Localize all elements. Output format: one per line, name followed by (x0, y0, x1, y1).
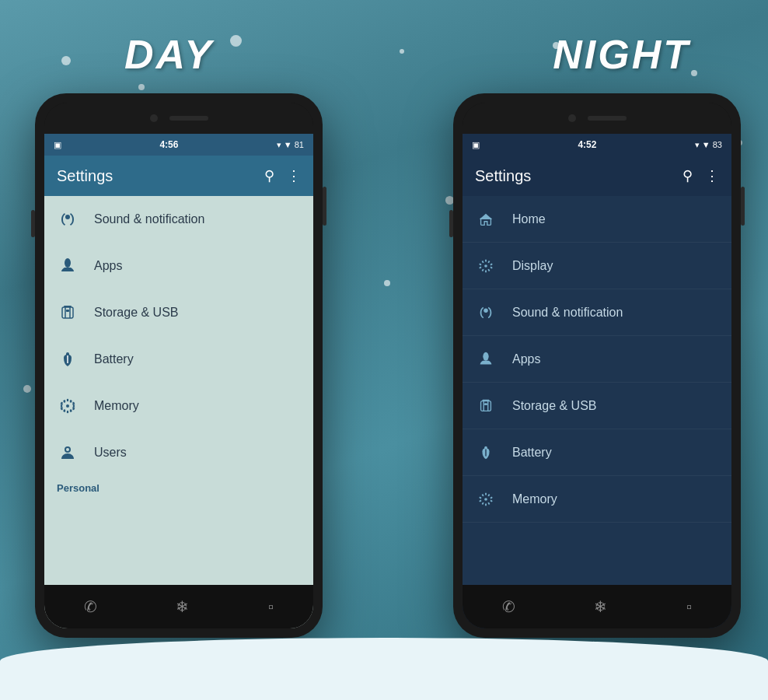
sound-icon-day (57, 208, 79, 230)
notification-icon-night: ▣ (472, 140, 480, 150)
snow-ground (0, 638, 768, 700)
svg-line-30 (480, 264, 481, 264)
nav-recent-night[interactable]: ▫ (686, 598, 692, 616)
svg-line-12 (73, 408, 75, 409)
day-item-battery[interactable]: Battery (44, 336, 313, 383)
night-phone: ▣ 4:52 ▾ ▼ 83 Settings ⚲ ⋮ (453, 93, 741, 638)
front-camera-night (568, 114, 576, 122)
volume-button-night[interactable] (741, 187, 745, 226)
svg-line-10 (71, 401, 72, 403)
night-screen: ▣ 4:52 ▾ ▼ 83 Settings ⚲ ⋮ (463, 134, 731, 628)
volume-button-day[interactable] (323, 187, 326, 226)
day-item-storage[interactable]: Storage & USB (44, 289, 313, 336)
svg-line-28 (482, 269, 483, 271)
search-icon-night[interactable]: ⚲ (682, 167, 693, 184)
svg-point-21 (484, 264, 487, 268)
day-settings-title: Settings (57, 167, 113, 185)
night-item-battery[interactable]: Battery (463, 429, 731, 476)
svg-line-26 (488, 269, 489, 271)
storage-icon-night (475, 395, 497, 417)
night-item-memory[interactable]: Memory (463, 476, 731, 523)
night-status-bar: ▣ 4:52 ▾ ▼ 83 (463, 134, 731, 156)
day-section-label: Personal (44, 476, 313, 497)
svg-line-42 (488, 494, 489, 495)
svg-line-47 (482, 502, 483, 504)
svg-line-23 (488, 261, 489, 262)
svg-line-11 (73, 404, 75, 405)
storage-label-day: Storage & USB (94, 306, 179, 320)
night-settings-title: Settings (475, 167, 531, 185)
apps-label-night: Apps (512, 352, 540, 366)
night-app-bar-icons: ⚲ ⋮ (682, 167, 719, 184)
night-bottom-nav: ✆ ❄ ▫ (463, 585, 731, 628)
svg-line-45 (488, 502, 489, 504)
svg-rect-35 (481, 401, 491, 411)
power-button-night[interactable] (449, 210, 453, 237)
svg-point-40 (484, 498, 487, 501)
day-item-users[interactable]: Users (44, 429, 313, 476)
day-status-bar: ▣ 4:56 ▾ ▼ 81 (44, 134, 313, 156)
nav-back-night[interactable]: ✆ (502, 597, 515, 616)
svg-point-32 (483, 308, 488, 313)
signal-icon-day: ▼ (284, 140, 292, 149)
night-item-storage[interactable]: Storage & USB (463, 383, 731, 429)
phone-top-hardware-night (463, 103, 731, 134)
day-label: DAY (124, 31, 214, 78)
svg-line-48 (480, 500, 481, 501)
more-icon-night[interactable]: ⋮ (705, 167, 719, 184)
svg-point-1 (65, 258, 71, 268)
nav-home-day[interactable]: ❄ (176, 597, 189, 616)
svg-point-8 (66, 404, 69, 408)
sound-label-day: Sound & notification (94, 212, 204, 226)
home-label-night: Home (512, 212, 546, 226)
sound-label-night: Sound & notification (512, 306, 623, 320)
search-icon-day[interactable]: ⚲ (264, 167, 274, 184)
svg-line-50 (482, 494, 483, 495)
day-item-sound[interactable]: Sound & notification (44, 196, 313, 243)
svg-line-49 (480, 497, 481, 498)
signal-icon-night: ▼ (702, 140, 710, 149)
svg-line-29 (480, 267, 481, 268)
wifi-icon-night: ▾ (695, 140, 700, 150)
day-item-memory[interactable]: Memory (44, 383, 313, 429)
status-left-day: ▣ (54, 140, 61, 150)
more-icon-day[interactable]: ⋮ (287, 167, 301, 184)
day-app-bar: Settings ⚲ ⋮ (44, 156, 313, 196)
nav-back-day[interactable]: ✆ (84, 597, 97, 616)
storage-icon-day (57, 302, 79, 324)
phone-top-hardware-day (44, 103, 313, 134)
night-item-display[interactable]: Display (463, 243, 731, 289)
svg-line-43 (490, 497, 492, 498)
memory-label-night: Memory (512, 492, 557, 506)
apps-icon-night (475, 348, 497, 370)
apps-icon-day (57, 255, 79, 277)
svg-line-13 (71, 410, 72, 412)
storage-label-night: Storage & USB (512, 399, 597, 413)
battery-level-day: 81 (295, 140, 304, 149)
front-camera-day (150, 114, 158, 122)
svg-rect-6 (66, 310, 69, 312)
sound-icon-night (475, 302, 497, 324)
nav-recent-day[interactable]: ▫ (268, 598, 274, 616)
power-button-day[interactable] (31, 210, 35, 237)
day-bottom-nav: ✆ ❄ ▫ (44, 585, 313, 628)
time-night: 4:52 (578, 139, 596, 150)
night-item-home[interactable]: Home (463, 196, 731, 243)
memory-icon-day (57, 395, 79, 417)
svg-line-16 (61, 408, 63, 409)
nav-home-night[interactable]: ❄ (594, 597, 607, 616)
battery-icon-day (57, 348, 79, 370)
day-settings-list: Sound & notification Apps (44, 196, 313, 585)
night-item-sound[interactable]: Sound & notification (463, 289, 731, 336)
speaker-day (169, 116, 208, 121)
svg-point-20 (66, 448, 69, 451)
svg-rect-38 (484, 403, 487, 405)
apps-label-day: Apps (94, 259, 122, 273)
users-icon-day (57, 442, 79, 464)
svg-rect-3 (62, 307, 73, 318)
day-item-apps[interactable]: Apps (44, 243, 313, 289)
day-screen: ▣ 4:56 ▾ ▼ 81 Settings ⚲ ⋮ (44, 134, 313, 628)
night-item-apps[interactable]: Apps (463, 336, 731, 383)
users-label-day: Users (94, 446, 127, 460)
wifi-icon-day: ▾ (277, 140, 281, 150)
